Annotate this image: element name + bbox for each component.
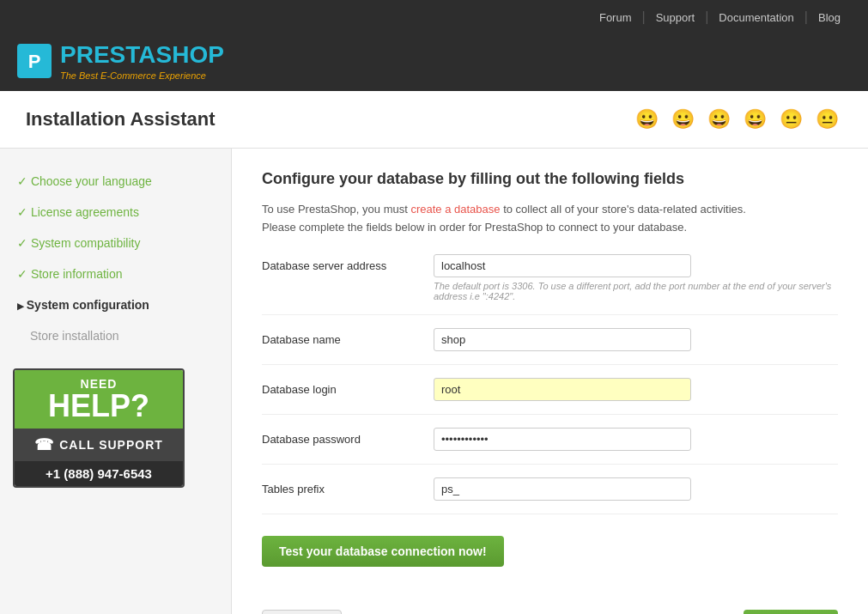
call-support-text: CALL SUPPORT	[59, 438, 163, 452]
help-big-text: HELP?	[23, 391, 174, 422]
sidebar-item-system-configuration[interactable]: System configuration	[0, 289, 231, 320]
smiley-4: 😀	[739, 104, 770, 135]
input-wrapper-db-name	[434, 328, 838, 351]
navigation-buttons: Back Next	[262, 601, 838, 614]
label-db-name: Database name	[262, 328, 434, 346]
next-button[interactable]: Next	[744, 610, 838, 614]
sidebar-item-system-compatibility[interactable]: System compatibility	[0, 228, 231, 258]
site-header: P PRESTASHOP The Best E-Commerce Experie…	[0, 34, 868, 91]
forum-link[interactable]: Forum	[589, 11, 642, 24]
svg-text:P: P	[28, 51, 41, 72]
input-wrapper-db-login	[434, 378, 838, 401]
top-navigation: Forum | Support | Documentation | Blog	[0, 0, 868, 34]
blog-link[interactable]: Blog	[808, 11, 851, 24]
main-layout: Choose your language License agreements …	[0, 149, 868, 614]
db-server-hint: The default port is 3306. To use a diffe…	[434, 281, 838, 301]
phone-icon: ☎	[34, 435, 54, 454]
db-server-input[interactable]	[434, 254, 691, 277]
prestashop-logo-icon: P	[17, 44, 52, 78]
db-password-input[interactable]	[434, 428, 691, 451]
label-db-login: Database login	[262, 378, 434, 396]
progress-smileys: 😀 😀 😀 😀 😐 😐	[631, 104, 842, 135]
documentation-link[interactable]: Documentation	[708, 11, 804, 24]
form-group-db-server: Database server address The default port…	[262, 254, 838, 315]
intro-text-3: Please complete the fields below in orde…	[262, 221, 687, 234]
support-link[interactable]: Support	[646, 11, 706, 24]
input-wrapper-db-server: The default port is 3306. To use a diffe…	[434, 254, 838, 301]
form-group-db-name: Database name	[262, 328, 838, 365]
section-heading: Configure your database by filling out t…	[262, 170, 838, 188]
input-wrapper-db-password	[434, 428, 838, 451]
label-db-server: Database server address	[262, 254, 434, 272]
logo-subtitle: The Best E-Commerce Experience	[60, 70, 224, 81]
create-database-link[interactable]: create a database	[410, 203, 500, 216]
smiley-5: 😐	[775, 104, 806, 135]
help-dark-section: ☎ CALL SUPPORT	[15, 429, 183, 461]
logo-shop: SHOP	[156, 41, 224, 68]
intro-text-1: To use PrestaShop, you must	[262, 203, 410, 216]
back-button[interactable]: Back	[262, 610, 342, 614]
title-bar: Installation Assistant 😀 😀 😀 😀 😐 😐	[0, 91, 868, 149]
smiley-3: 😀	[703, 104, 734, 135]
main-content: Configure your database by filling out t…	[232, 149, 868, 614]
sidebar: Choose your language License agreements …	[0, 149, 232, 614]
sidebar-item-store-installation: Store installation	[0, 320, 231, 351]
input-wrapper-db-prefix	[434, 477, 838, 501]
sidebar-item-license-agreements[interactable]: License agreements	[0, 197, 231, 228]
label-db-password: Database password	[262, 428, 434, 446]
help-green-section: NEED HELP?	[15, 370, 183, 429]
logo-wrapper: PRESTASHOP The Best E-Commerce Experienc…	[60, 41, 224, 81]
smiley-6: 😐	[811, 104, 842, 135]
page-title: Installation Assistant	[26, 108, 215, 131]
logo-presta: PRESTA	[60, 41, 156, 68]
help-box: NEED HELP? ☎ CALL SUPPORT +1 (888) 947-6…	[13, 368, 185, 488]
label-db-prefix: Tables prefix	[262, 477, 434, 495]
db-name-input[interactable]	[434, 328, 691, 351]
form-group-db-login: Database login	[262, 378, 838, 415]
smiley-2: 😀	[667, 104, 698, 135]
call-support-label: ☎ CALL SUPPORT	[21, 435, 176, 454]
logo-text: PRESTASHOP	[60, 41, 224, 69]
sidebar-item-choose-language[interactable]: Choose your language	[0, 166, 231, 197]
sidebar-item-store-information[interactable]: Store information	[0, 258, 231, 289]
form-group-db-password: Database password	[262, 428, 838, 465]
db-login-input[interactable]	[434, 378, 691, 401]
intro-text-2: to collect all of your store's data-rela…	[501, 203, 746, 216]
help-phone-number[interactable]: +1 (888) 947-6543	[15, 461, 183, 486]
test-connection-button[interactable]: Test your database connection now!	[262, 536, 504, 567]
intro-paragraph: To use PrestaShop, you must create a dat…	[262, 201, 838, 237]
smiley-1: 😀	[631, 104, 662, 135]
form-group-db-prefix: Tables prefix	[262, 477, 838, 514]
db-prefix-input[interactable]	[434, 477, 691, 501]
